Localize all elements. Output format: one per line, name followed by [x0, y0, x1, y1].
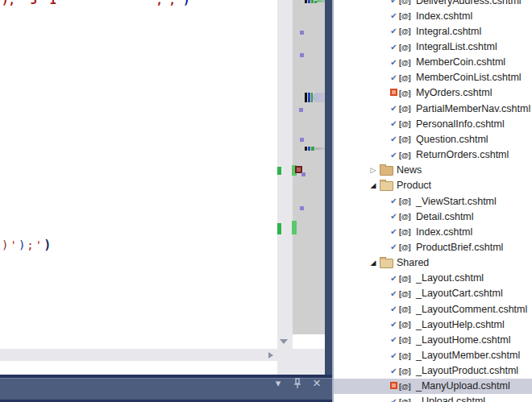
tree-item-label: Integral.cshtml: [416, 26, 481, 37]
tree-item-label: DeliveryAddress.cshtml: [416, 0, 522, 6]
tree-item-news[interactable]: ▷ News: [334, 163, 532, 178]
tree-item-_layouthelp-cshtml[interactable]: ✔ [@] _LayoutHelp.cshtml: [334, 317, 532, 332]
editor-horizontal-scrollbar[interactable]: [0, 349, 277, 361]
tree-item-shared[interactable]: ◢ Shared: [334, 255, 532, 271]
scroll-down-icon[interactable]: [280, 339, 288, 344]
check-badge-icon: ✔: [389, 227, 399, 236]
tree-item-partialmembernav-cshtml[interactable]: ✔ [@] PartialMemberNav.cshtml: [334, 101, 532, 116]
expander-icon[interactable]: ◢: [368, 259, 378, 267]
code-editor[interactable]: ),'5''1'',',) )');'): [0, 0, 277, 375]
tree-item-productbrief-cshtml[interactable]: ✔ [@] ProductBrief.cshtml: [334, 239, 532, 255]
close-icon: ×: [313, 377, 321, 390]
razor-file-icon: [@]: [399, 58, 416, 67]
annotation-map-footer: [293, 349, 325, 375]
check-badge-icon: ✔: [389, 197, 399, 205]
close-button[interactable]: ×: [310, 377, 323, 390]
check-badge-icon: ✔: [389, 135, 399, 143]
solution-explorer-tree[interactable]: ✔ [@] DeliveryAddress.cshtml ✔ [@] Index…: [332, 0, 532, 402]
code-fragment: ): [44, 238, 52, 252]
tree-item-_viewstart-cshtml[interactable]: ✔ [@] _ViewStart.cshtml: [334, 193, 532, 209]
tree-item-label: Question.cshtml: [416, 134, 488, 145]
auto-hide-pin-button[interactable]: [291, 377, 304, 390]
razor-file-icon: [@]: [399, 135, 416, 143]
folder-icon: [380, 166, 393, 176]
tree-item-integral-cshtml[interactable]: ✔ [@] Integral.cshtml: [334, 23, 532, 39]
tree-item-label: MyOrders.cshtml: [416, 87, 492, 98]
razor-file-icon: [@]: [399, 27, 416, 35]
tree-item-membercoin-cshtml[interactable]: ✔ [@] MemberCoin.cshtml: [334, 55, 532, 70]
check-badge-icon: ✔: [389, 351, 399, 360]
window-position-button[interactable]: ▾: [272, 377, 285, 390]
razor-file-icon: [@]: [399, 397, 416, 402]
titlebar-buttons: ▾ ×: [272, 377, 323, 390]
tree-item-personalinfo-cshtml[interactable]: ✔ [@] PersonalInfo.cshtml: [334, 116, 532, 131]
razor-file-icon: [@]: [399, 289, 416, 298]
razor-file-icon: [@]: [399, 351, 416, 360]
razor-file-icon: [@]: [399, 305, 416, 313]
tree-item-label: Detail.cshtml: [416, 211, 474, 222]
pin-icon: [293, 378, 302, 389]
tree-item-_layoutcart-cshtml[interactable]: ✔ [@] _LayoutCart.cshtml: [334, 286, 532, 301]
bottom-tool-window-titlebar[interactable]: ▾ ×: [0, 375, 333, 402]
checked-out-badge-icon: [390, 382, 397, 389]
razor-file-icon: [@]: [399, 73, 416, 82]
check-badge-icon: ✔: [389, 73, 399, 82]
check-badge-icon: ✔: [389, 274, 399, 283]
tree-item-integrallist-cshtml[interactable]: ✔ [@] IntegralList.cshtml: [334, 39, 532, 54]
razor-file-icon: [@]: [399, 212, 416, 221]
razor-file-icon: [@]: [399, 367, 416, 375]
tree-item-deliveryaddress-cshtml[interactable]: ✔ [@] DeliveryAddress.cshtml: [334, 0, 532, 8]
razor-file-icon: [@]: [399, 274, 416, 283]
scrollbar-marker-icon: [300, 206, 304, 210]
tree-item-label: Index.cshtml: [416, 10, 472, 22]
expander-icon[interactable]: ◢: [368, 181, 378, 189]
tree-item-_layoutproduct-cshtml[interactable]: ✔ [@] _LayoutProduct.cshtml: [334, 363, 532, 379]
scrollbar-marker-icon: [308, 93, 310, 102]
code-fragment: ;: [27, 238, 35, 251]
scrollbar-marker-icon: [300, 138, 304, 142]
code-fragment: ',: [149, 0, 163, 6]
editor-vertical-scrollbar[interactable]: [277, 0, 293, 375]
razor-file-icon: [@]: [399, 11, 416, 20]
tree-item-label: Index.cshtml: [416, 226, 472, 238]
tree-item-label: PersonalInfo.cshtml: [416, 118, 505, 130]
tree-item-myorders-cshtml[interactable]: [@] MyOrders.cshtml: [334, 85, 532, 101]
tree-item-index-cshtml[interactable]: ✔ [@] Index.cshtml: [334, 224, 532, 239]
scrollbar-marker-icon: [308, 0, 310, 3]
razor-file-icon: [@]: [399, 197, 416, 205]
status-badge-icon: [389, 380, 399, 392]
scroll-right-icon[interactable]: [268, 352, 273, 358]
check-badge-icon: ✔: [389, 104, 399, 113]
tree-item-label: _ViewStart.cshtml: [416, 196, 497, 207]
expander-icon[interactable]: ▷: [368, 166, 378, 174]
tree-item-label: PartialMemberNav.cshtml: [416, 103, 530, 114]
scrollbar-marker-icon: [311, 147, 314, 151]
tree-item-question-cshtml[interactable]: ✔ [@] Question.cshtml: [334, 131, 532, 147]
scrollbar-marker-icon: [308, 147, 310, 151]
check-badge-icon: ✔: [389, 289, 399, 298]
razor-file-icon: [@]: [399, 119, 416, 128]
check-badge-icon: ✔: [389, 367, 399, 375]
folder-icon: [380, 181, 393, 191]
tree-item-label: IntegralList.cshtml: [416, 41, 497, 52]
tree-item-detail-cshtml[interactable]: ✔ [@] Detail.cshtml: [334, 209, 532, 224]
tree-item-_layout-cshtml[interactable]: ✔ [@] _Layout.cshtml: [334, 271, 532, 286]
tree-item-label: ReturnOrders.cshtml: [416, 149, 509, 160]
code-fragment: '1': [43, 0, 63, 6]
tree-item-membercoinlist-cshtml[interactable]: ✔ [@] MemberCoinList.cshtml: [334, 70, 532, 85]
tree-item-_manyupload-cshtml[interactable]: [@] _ManyUpload.cshtml: [334, 379, 532, 394]
tree-item-index-cshtml[interactable]: ✔ [@] Index.cshtml: [334, 8, 532, 23]
tree-item-_layoutcomment-cshtml[interactable]: ✔ [@] _LayoutComment.cshtml: [334, 301, 532, 317]
tree-item-_layoutmember-cshtml[interactable]: ✔ [@] _LayoutMember.cshtml: [334, 347, 532, 363]
code-line-middle: )');'): [2, 238, 52, 252]
tree-item-_layouthome-cshtml[interactable]: ✔ [@] _LayoutHome.cshtml: [334, 332, 532, 347]
tree-item-_upload-cshtml[interactable]: ✔ [@] _Upload.cshtml: [334, 394, 532, 402]
razor-file-icon: [@]: [399, 0, 416, 5]
annotation-map-empty: [293, 334, 325, 349]
scrollbar-marker-icon: [292, 221, 297, 234]
tree-item-returnorders-cshtml[interactable]: ✔ [@] ReturnOrders.cshtml: [334, 147, 532, 163]
tree-item-product[interactable]: ◢ Product: [334, 178, 532, 193]
check-badge-icon: ✔: [389, 335, 399, 344]
scrollbar-marker-icon: [300, 53, 304, 57]
code-fragment: ): [2, 238, 10, 251]
